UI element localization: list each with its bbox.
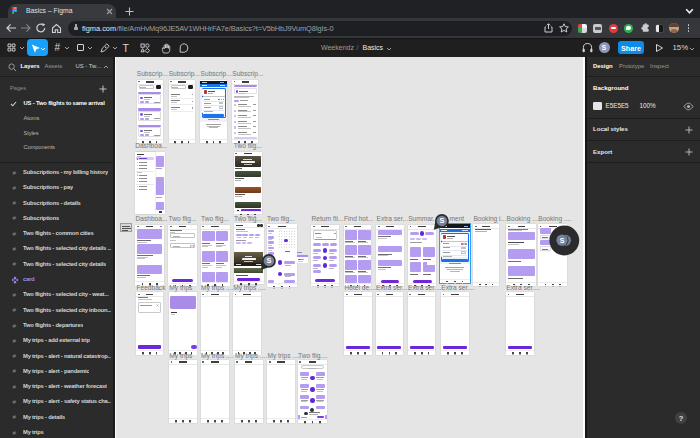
svg-text:S: S <box>266 257 271 266</box>
svg-text:S: S <box>560 236 565 243</box>
svg-text:S: S <box>439 216 444 225</box>
